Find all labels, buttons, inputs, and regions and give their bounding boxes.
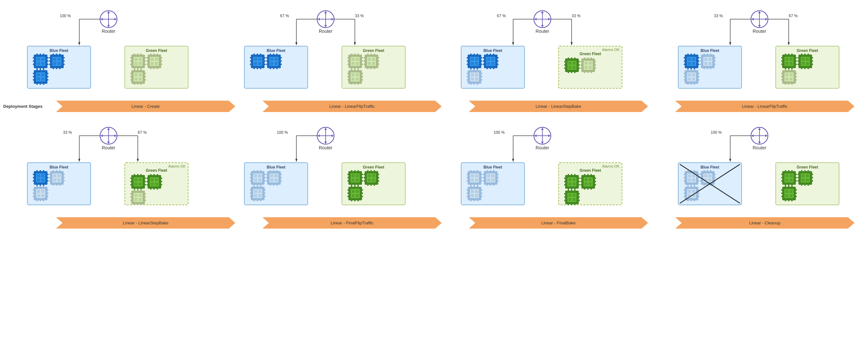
- svg-rect-805: [564, 181, 565, 182]
- svg-rect-66: [37, 78, 40, 80]
- svg-rect-27: [47, 64, 49, 65]
- banner-cell: Linear - LinearStepBake: [455, 99, 662, 113]
- svg-rect-818: [584, 188, 585, 189]
- svg-rect-511: [53, 170, 54, 171]
- banners-row-2: Linear - LinearStepBakeLinear - FinalFli…: [42, 216, 868, 230]
- stage-banner: Linear - LinearFlipTraffic: [675, 101, 855, 112]
- svg-rect-389: [700, 60, 701, 62]
- svg-rect-294: [473, 69, 475, 70]
- svg-rect-77: [137, 68, 138, 69]
- svg-text:33 %: 33 %: [63, 130, 72, 135]
- svg-rect-785: [481, 192, 482, 194]
- svg-rect-583: [155, 182, 158, 185]
- svg-rect-390: [714, 60, 716, 62]
- svg-rect-231: [356, 73, 359, 76]
- svg-rect-447: [808, 54, 809, 55]
- svg-rect-397: [704, 62, 707, 65]
- svg-rect-627: [260, 184, 261, 186]
- svg-rect-683: [358, 184, 359, 186]
- svg-rect-499: [33, 177, 34, 178]
- svg-rect-556: [130, 181, 132, 182]
- svg-rect-707: [372, 179, 375, 181]
- svg-rect-597: [145, 200, 146, 201]
- svg-rect-897: [704, 174, 707, 177]
- svg-rect-925: [785, 170, 786, 171]
- svg-rect-681: [362, 177, 363, 178]
- svg-rect-97: [161, 60, 162, 62]
- svg-rect-623: [257, 184, 258, 186]
- svg-rect-79: [145, 60, 146, 62]
- svg-rect-24: [43, 54, 44, 55]
- svg-rect-879: [688, 174, 691, 177]
- svg-rect-810: [579, 184, 580, 185]
- svg-marker-355: [729, 42, 731, 45]
- svg-rect-928: [796, 174, 797, 175]
- svg-rect-586: [134, 189, 135, 191]
- svg-rect-746: [473, 170, 475, 171]
- svg-rect-955: [802, 174, 805, 177]
- svg-text:33 %: 33 %: [714, 14, 723, 18]
- svg-rect-93: [161, 57, 162, 59]
- svg-rect-625: [264, 177, 266, 178]
- svg-rect-208: [374, 54, 375, 55]
- svg-rect-170: [276, 54, 278, 55]
- svg-rect-808: [574, 188, 576, 189]
- svg-rect-962: [785, 200, 786, 201]
- svg-rect-110: [130, 73, 132, 74]
- svg-rect-763: [497, 174, 498, 175]
- svg-rect-799: [568, 174, 569, 175]
- svg-rect-340: [595, 68, 596, 69]
- svg-rect-651: [275, 179, 278, 181]
- svg-rect-828: [595, 184, 596, 185]
- svg-text:Green Fleet: Green Fleet: [146, 168, 167, 173]
- svg-rect-788: [467, 196, 468, 197]
- svg-rect-210: [364, 64, 365, 65]
- svg-rect-700: [374, 170, 375, 171]
- svg-rect-620: [250, 174, 251, 175]
- svg-rect-29: [41, 58, 44, 61]
- svg-rect-909: [684, 192, 685, 194]
- svg-rect-577: [157, 188, 158, 189]
- svg-rect-783: [473, 200, 475, 201]
- svg-rect-526: [58, 179, 60, 181]
- svg-rect-837: [564, 193, 565, 195]
- svg-rect-661: [264, 192, 266, 194]
- svg-rect-290: [470, 69, 471, 70]
- svg-rect-461: [788, 69, 789, 70]
- svg-rect-18: [33, 57, 34, 59]
- svg-text:Router: Router: [102, 145, 115, 150]
- svg-rect-550: [134, 174, 135, 175]
- svg-rect-517: [49, 177, 50, 178]
- svg-rect-421: [785, 54, 786, 55]
- svg-text:Router: Router: [102, 29, 115, 34]
- svg-rect-755: [475, 174, 478, 177]
- svg-rect-312: [568, 72, 569, 73]
- svg-rect-80: [141, 54, 142, 55]
- svg-rect-145: [253, 68, 255, 69]
- svg-rect-564: [134, 182, 137, 185]
- svg-rect-304: [471, 78, 474, 80]
- svg-rect-260: [467, 60, 468, 62]
- svg-rect-927: [781, 174, 782, 175]
- svg-rect-770: [483, 180, 484, 181]
- svg-rect-298: [477, 69, 478, 70]
- svg-rect-841: [564, 197, 565, 198]
- svg-rect-882: [692, 179, 695, 181]
- svg-rect-320: [574, 72, 576, 73]
- svg-rect-596: [130, 200, 132, 201]
- svg-rect-408: [698, 76, 699, 77]
- svg-rect-757: [475, 179, 478, 181]
- svg-rect-832: [589, 182, 592, 185]
- svg-rect-561: [145, 184, 146, 185]
- banner-cell: Linear - LinearStepBake: [42, 216, 249, 230]
- svg-rect-618: [253, 170, 255, 171]
- svg-rect-369: [690, 54, 692, 55]
- svg-rect-717: [362, 192, 363, 194]
- svg-rect-850: [572, 198, 576, 201]
- svg-rect-446: [812, 60, 813, 62]
- svg-rect-454: [806, 62, 809, 65]
- stage-col-col7: Router100 %Blue FleetAlarms OKGreen Flee…: [434, 120, 651, 213]
- svg-rect-409: [694, 69, 695, 70]
- svg-rect-571: [161, 178, 162, 179]
- svg-rect-422: [785, 68, 786, 69]
